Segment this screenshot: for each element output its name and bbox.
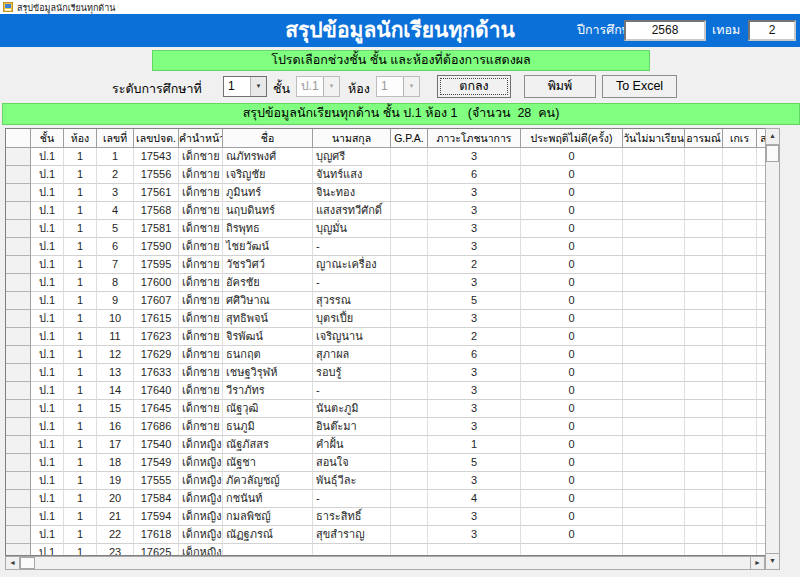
cell [685,454,723,472]
cell: - [313,490,391,508]
cell: 1 [64,544,97,556]
cell: 0 [521,382,623,400]
cell: 14 [97,382,134,400]
row-selector[interactable] [6,382,31,400]
column-header: เกเร [723,129,757,148]
cell [391,166,428,184]
row-selector[interactable] [6,220,31,238]
cell: ป.1 [31,238,64,256]
chevron-down-icon[interactable]: ▼ [323,77,339,96]
cell [723,490,757,508]
row-selector[interactable] [6,148,31,166]
row-selector[interactable] [6,364,31,382]
row-selector[interactable] [6,400,31,418]
cell: 0 [521,418,623,436]
class-select-value: ป.1 [301,77,323,96]
row-selector[interactable] [6,454,31,472]
column-header: เลขที่ [97,129,134,148]
cell: 1 [64,472,97,490]
cell: 0 [521,310,623,328]
cell: 17645 [134,400,179,418]
cell: เด็กชาย [179,202,223,220]
cell: 16 [97,418,134,436]
cell [723,400,757,418]
cell [623,400,685,418]
cell: 1 [64,418,97,436]
vertical-scrollbar[interactable]: ▲ ▼ [765,128,780,570]
cell: บุญมั่น [313,220,391,238]
term-input[interactable]: 2 [748,20,796,41]
cell: 17549 [134,454,179,472]
scroll-up-icon[interactable]: ▲ [766,129,779,145]
room-select[interactable]: 1 ▼ [376,76,420,97]
scroll-down-icon[interactable]: ▼ [766,553,779,569]
column-header: ส [757,129,765,148]
chevron-down-icon[interactable]: ▼ [250,77,266,96]
cell [757,400,765,418]
row-selector[interactable] [6,328,31,346]
cell [685,490,723,508]
row-selector[interactable] [6,526,31,544]
horizontal-scrollbar[interactable]: ◄ ► [5,556,765,570]
cell [723,436,757,454]
ok-button[interactable]: ตกลง [437,75,511,98]
cell [757,436,765,454]
scroll-left-icon[interactable]: ◄ [6,557,20,569]
cell: นฤบดินทร์ [223,202,313,220]
year-input[interactable]: 2568 [624,20,706,41]
level-select[interactable]: 1 ▼ [223,76,267,97]
cell [723,166,757,184]
cell: 17607 [134,292,179,310]
cell: ณัฐภัสสร [223,436,313,454]
row-selector[interactable] [6,202,31,220]
vertical-scrollbar-thumb[interactable] [766,145,779,162]
cell [391,220,428,238]
cell [391,328,428,346]
cell: 17629 [134,346,179,364]
cell [685,346,723,364]
cell: 0 [521,454,623,472]
cell: ถิรพุทธ [223,220,313,238]
print-button[interactable]: พิมพ์ [524,75,596,98]
cell: 3 [428,202,521,220]
row-selector[interactable] [6,292,31,310]
cell [685,166,723,184]
row-selector[interactable] [6,346,31,364]
cell [685,382,723,400]
cell: เด็กชาย [179,328,223,346]
row-selector[interactable] [6,472,31,490]
cell: 1 [64,454,97,472]
row-selector[interactable] [6,310,31,328]
cell [757,256,765,274]
cell [223,544,313,556]
cell [623,274,685,292]
cell: ป.1 [31,328,64,346]
scroll-right-icon[interactable]: ► [750,557,764,569]
chevron-down-icon[interactable]: ▼ [403,77,419,96]
row-selector[interactable] [6,544,31,556]
cell: 2 [428,328,521,346]
cell: 1 [97,148,134,166]
row-selector[interactable] [6,256,31,274]
excel-button[interactable]: To Excel [602,75,677,98]
window-title: สรุปข้อมูลนักเรียนทุกด้าน [17,1,115,15]
row-selector[interactable] [6,490,31,508]
row-selector[interactable] [6,274,31,292]
row-selector[interactable] [6,418,31,436]
cell [623,166,685,184]
horizontal-scrollbar-thumb[interactable] [20,557,35,569]
cell: เด็กชาย [179,346,223,364]
cell [723,148,757,166]
cell [757,418,765,436]
row-selector[interactable] [6,436,31,454]
row-selector[interactable] [6,166,31,184]
cell [723,292,757,310]
class-select[interactable]: ป.1 ▼ [296,76,340,97]
header-bar: สรุปข้อมูลนักเรียนทุกด้าน ปีการศึกษา 256… [0,14,800,47]
row-selector[interactable] [6,238,31,256]
cell: 1 [64,274,97,292]
row-selector[interactable] [6,508,31,526]
cell: 1 [64,526,97,544]
cell [391,202,428,220]
row-selector[interactable] [6,184,31,202]
